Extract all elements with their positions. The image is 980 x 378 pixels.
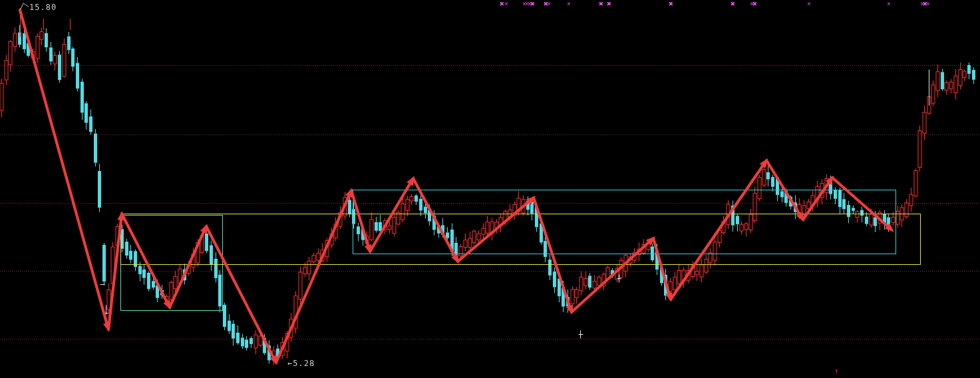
- candlestick-chart-canvas[interactable]: [0, 0, 980, 378]
- stock-chart-window: 15.80 ←5.28 ×××××××××××××××××××× ↑: [0, 0, 980, 378]
